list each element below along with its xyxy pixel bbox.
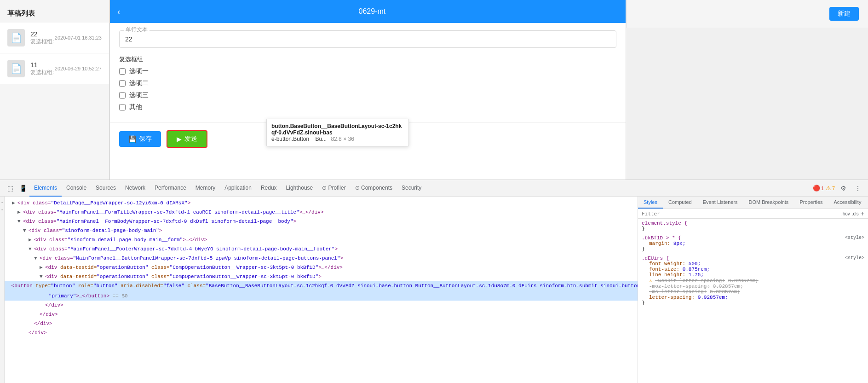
arrow-icon[interactable]: ▶ <box>17 208 23 216</box>
warn-badge: ⚠ 7 <box>826 185 835 192</box>
tab-components[interactable]: ⊙ Components <box>351 180 397 197</box>
styles-tabs: Styles Computed Event Listeners DOM Brea… <box>638 197 868 209</box>
code-line: ▼ <div class="sinoform-detail-page-body-… <box>5 226 638 235</box>
arrow-icon[interactable] <box>8 282 11 290</box>
code-line: ▼ <div class="MainFormPanel__FormBodyWra… <box>5 217 638 226</box>
settings-icon[interactable]: ⚙ <box>837 182 850 195</box>
list-item[interactable]: 📄 11 复选框组: 2020-06-29 10:52:27 <box>0 53 109 84</box>
text-input[interactable]: 22 <box>119 30 616 48</box>
tab-performance[interactable]: Performance <box>150 180 191 197</box>
hov-toggle[interactable]: :hov <box>841 211 850 216</box>
device-icon[interactable]: 📱 <box>17 182 29 195</box>
send-icon: ▶ <box>177 135 182 143</box>
code-line-selected: <button type="button" role="button" aria… <box>5 281 638 291</box>
main-panel: ‹ 0629-mt 单行文本 22 复选框组 选项一 选项二 选项三 其他 bu <box>109 0 626 180</box>
draft-title: 11 <box>30 61 55 69</box>
tab-sources[interactable]: Sources <box>91 180 121 197</box>
style-rule: .bkBf1D > * { <style> margin: 8px; } <box>642 235 864 252</box>
style-rule: .dEUirs { <style> font-weight: 500; font… <box>642 255 864 306</box>
save-button[interactable]: 💾 保存 <box>119 131 161 147</box>
back-button[interactable]: ‹ <box>117 6 121 17</box>
code-line: </div> <box>5 319 638 328</box>
code-panel[interactable]: ▶ <div class="DetailPage__PageWrapper-sc… <box>5 197 638 383</box>
tab-accessibility[interactable]: Accessibility <box>828 197 867 209</box>
devtools-right-icons: 🔴 1 ⚠ 7 ⚙ ⋮ <box>813 182 864 195</box>
checkbox-1[interactable] <box>119 68 126 75</box>
single-text-field: 单行文本 22 <box>119 30 616 48</box>
tab-event-listeners[interactable]: Event Listeners <box>697 197 743 209</box>
arrow-icon[interactable]: ▶ <box>12 199 17 207</box>
styles-filter-input[interactable] <box>642 211 839 217</box>
checkbox-item-1: 选项一 <box>119 67 616 75</box>
arrow-icon[interactable]: ▼ <box>29 245 34 253</box>
gutter-dot: • <box>1 208 3 212</box>
error-count: 1 <box>821 186 824 191</box>
tab-dom-breakpoints[interactable]: DOM Breakpoints <box>743 197 794 209</box>
save-icon: 💾 <box>128 135 136 143</box>
save-label: 保存 <box>139 135 152 143</box>
arrow-icon[interactable]: ▶ <box>40 263 45 272</box>
style-selector: .dEUirs { <box>642 255 669 261</box>
tab-console[interactable]: Console <box>62 180 91 197</box>
tab-application[interactable]: Application <box>220 180 256 197</box>
draft-date: 2020-06-29 10:52:27 <box>55 66 102 71</box>
arrow-icon[interactable]: ▼ <box>23 226 29 235</box>
arrow-icon[interactable]: ▼ <box>17 217 23 226</box>
add-style-button[interactable]: + <box>861 210 864 217</box>
draft-sub: 复选框组: <box>30 69 55 76</box>
code-line: ▶ <div data-testid="operationButton" cla… <box>5 263 638 272</box>
send-button[interactable]: ▶ 发送 <box>167 130 207 148</box>
code-line: </div> <box>5 301 638 310</box>
new-button[interactable]: 新建 <box>829 7 859 21</box>
draft-text: 22 复选框组: <box>30 30 55 46</box>
tab-computed[interactable]: Computed <box>663 197 697 209</box>
sidebar-title: 草稿列表 <box>0 0 109 23</box>
checkbox-item-4: 其他 <box>119 103 616 111</box>
tab-redux[interactable]: Redux <box>256 180 282 197</box>
checkbox-label-1: 选项一 <box>129 67 149 75</box>
tab-memory[interactable]: Memory <box>191 180 220 197</box>
tab-lighthouse[interactable]: Lighthouse <box>282 180 318 197</box>
tab-security[interactable]: Security <box>397 180 426 197</box>
checkbox-group-label: 复选框组 <box>119 55 616 64</box>
tooltip-class-text: button.BaseButton__BaseButtonLayout-sc-1… <box>271 123 402 136</box>
tab-styles[interactable]: Styles <box>638 197 663 209</box>
panel-header: ‹ 0629-mt <box>110 0 626 23</box>
tab-elements[interactable]: Elements <box>29 180 62 197</box>
checkbox-item-2: 选项二 <box>119 79 616 87</box>
element-tooltip: button.BaseButton__BaseButtonLayout-sc-1… <box>266 119 409 146</box>
cls-toggle[interactable]: .cls <box>852 211 859 216</box>
tooltip-size: 82.8 × 36 <box>331 136 354 142</box>
checkbox-3[interactable] <box>119 92 126 99</box>
text-input-value: 22 <box>125 35 132 43</box>
arrow-icon[interactable]: ▶ <box>29 236 34 244</box>
tab-properties[interactable]: Properties <box>794 197 828 209</box>
draft-icon: 📄 <box>7 29 25 46</box>
more-icon[interactable]: ⋮ <box>851 182 864 195</box>
new-button-area: 新建 <box>626 0 868 28</box>
inspect-icon[interactable]: ⬚ <box>4 182 17 195</box>
checkbox-label-4: 其他 <box>129 103 142 111</box>
tab-profiler[interactable]: ⊙ Profiler <box>317 180 350 197</box>
draft-icon: 📄 <box>7 60 25 77</box>
style-source: <style> <box>845 255 864 261</box>
checkbox-2[interactable] <box>119 80 126 87</box>
tab-network[interactable]: Network <box>121 180 150 197</box>
panel-body: 单行文本 22 复选框组 选项一 选项二 选项三 其他 <box>110 23 626 122</box>
checkbox-item-3: 选项三 <box>119 91 616 99</box>
style-selector: element.style { <box>642 221 687 226</box>
devtools-panel: ⬚ 📱 Elements Console Sources Network Per… <box>0 180 868 383</box>
code-line: ▶ <div class="DetailPage__PageWrapper-sc… <box>5 198 638 208</box>
devtools-gutter: • • <box>0 197 5 383</box>
styles-body: element.style { } .bkBf1D > * { <style> … <box>638 219 868 383</box>
panel-title: 0629-mt <box>126 7 618 16</box>
arrow-icon[interactable]: ▼ <box>34 254 40 262</box>
checkbox-4[interactable] <box>119 104 126 110</box>
styles-panel: Styles Computed Event Listeners DOM Brea… <box>638 197 868 383</box>
style-rule: element.style { } <box>642 221 864 232</box>
draft-title: 22 <box>30 30 55 38</box>
arrow-icon[interactable]: ▼ <box>40 273 45 281</box>
style-source: <style> <box>845 235 864 240</box>
list-item[interactable]: 📄 22 复选框组: 2020-07-01 16:31:23 <box>0 23 109 53</box>
code-line: ▼ <div class="MainFormPanel__ButtonPanel… <box>5 254 638 263</box>
